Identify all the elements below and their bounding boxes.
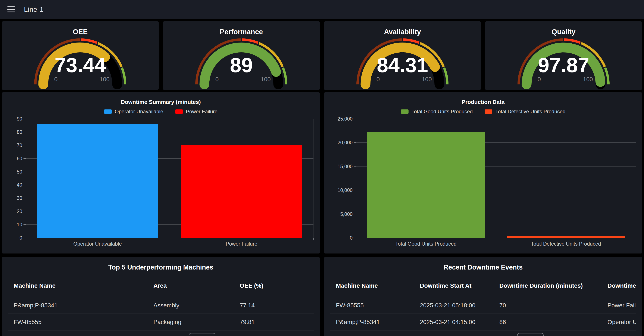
axis-tick [24, 185, 26, 185]
table-title: Top 5 Underperforming Machines [2, 264, 320, 271]
legend-swatch [175, 110, 183, 114]
chart-legend: Total Good Units ProducedTotal Defective… [324, 108, 642, 114]
column-header[interactable]: Area [148, 282, 234, 289]
y-tick-label: 80 [17, 129, 22, 135]
table-panel-underperforming-machines: Top 5 Underperforming Machines Machine N… [2, 257, 320, 336]
menu-icon-bar [7, 6, 15, 7]
legend-swatch [104, 110, 112, 114]
column-header[interactable]: OEE (%) [234, 282, 314, 289]
gauge-value: 97.87 [485, 54, 642, 77]
axis-tick [24, 224, 26, 225]
gauge-threshold-arc [242, 40, 258, 43]
table-cell: FW-85555 [330, 302, 414, 309]
column-header-label: Downtime Reason [608, 282, 636, 289]
y-tick-label: 20,000 [338, 140, 352, 146]
chart-bar[interactable] [181, 145, 302, 238]
chart-plot: 05,00010,00015,00020,00025,000Total Good… [356, 119, 636, 238]
top-navbar: Line-1 [0, 0, 644, 19]
legend-label: Power Failure [186, 108, 218, 114]
axis-tick [24, 198, 26, 198]
gauge-min-label: 0 [54, 76, 58, 83]
pagination-button[interactable] [517, 333, 544, 336]
pagination-button[interactable] [189, 333, 216, 336]
table-header-row: Machine NameAreaOEE (%) [8, 278, 314, 297]
y-tick-label: 40 [17, 182, 22, 188]
table-cell: 70 [493, 302, 602, 309]
y-tick-label: 10,000 [338, 188, 352, 193]
gauge-panel-oee: OEE 73.44 0 100 [2, 21, 159, 90]
category-divider [496, 119, 496, 238]
gauge-value: 89 [163, 54, 320, 77]
y-tick-label: 20 [17, 208, 22, 214]
column-header[interactable]: Machine Name [8, 282, 148, 289]
y-tick-label: 15,000 [338, 164, 352, 169]
chart-panel-downtime-summary: Downtime Summary (minutes) Operator Unav… [2, 92, 320, 254]
menu-icon-bar [7, 12, 15, 12]
axis-tick [354, 214, 356, 214]
gauge-value: 73.44 [2, 54, 159, 77]
y-axis-line [356, 119, 356, 238]
chart-title: Production Data [324, 99, 642, 105]
x-category-label: Total Good Units Produced [395, 241, 456, 247]
plot-right-border [313, 119, 314, 238]
y-tick-label: 50 [17, 169, 22, 175]
column-header-label: OEE (%) [240, 282, 263, 289]
axis-tick [354, 190, 356, 190]
table: Machine NameDowntime Start AtDowntime Du… [330, 278, 636, 330]
legend-swatch [401, 110, 408, 114]
x-category-label: Power Failure [226, 241, 257, 247]
table: Machine NameAreaOEE (%)P&amp;P-85341Asse… [8, 278, 314, 330]
table-cell: Assembly [148, 302, 234, 309]
gauge-max-label: 100 [422, 76, 432, 83]
y-tick-label: 90 [17, 116, 22, 122]
legend-label: Operator Unavailable [115, 108, 163, 114]
plot-right-border [636, 119, 636, 238]
column-header[interactable]: Downtime Duration (minutes) [493, 282, 602, 289]
gauge-value: 84.31 [324, 54, 481, 77]
gauge-max-label: 100 [583, 76, 593, 83]
column-header[interactable]: Downtime Reason↑ [602, 282, 636, 289]
legend-item[interactable]: Operator Unavailable [104, 108, 163, 114]
chart-bar[interactable] [507, 236, 624, 238]
x-category-label: Operator Unavailable [73, 241, 122, 247]
column-header-label: Machine Name [336, 282, 378, 289]
chart-legend: Operator UnavailablePower Failure [2, 108, 320, 114]
table-cell: P&amp;P-85341 [330, 319, 414, 326]
table-row: P&amp;P-85341Assembly77.14 [8, 297, 314, 314]
table-cell: Packaging [148, 319, 234, 326]
legend-item[interactable]: Power Failure [175, 108, 218, 114]
axis-tick [354, 142, 356, 142]
gauge-panel-quality: Quality 97.87 0 100 [485, 21, 642, 90]
legend-item[interactable]: Total Good Units Produced [401, 108, 473, 114]
table-cell: 77.14 [234, 302, 314, 309]
chart-panel-production-data: Production Data Total Good Units Produce… [324, 92, 642, 254]
legend-swatch [484, 110, 492, 114]
menu-icon[interactable] [7, 6, 15, 12]
y-tick-label: 0 [20, 235, 22, 241]
gauge-max-label: 100 [261, 76, 271, 83]
column-header[interactable]: Downtime Start At [414, 282, 493, 289]
table-cell: Power Failure [602, 302, 636, 309]
axis-tick [354, 238, 356, 238]
legend-label: Total Defective Units Produced [495, 108, 565, 114]
legend-item[interactable]: Total Defective Units Produced [484, 108, 565, 114]
gauge-threshold-arc [403, 40, 419, 43]
gauge-panel-availability: Availability 84.31 0 100 [324, 21, 481, 90]
table-cell: P&amp;P-85341 [8, 302, 148, 309]
gauge-min-label: 0 [376, 76, 380, 83]
chart-bar[interactable] [37, 124, 158, 238]
table-panel-recent-downtime-events: Recent Downtime Events Machine NameDownt… [324, 257, 642, 336]
y-tick-label: 60 [17, 156, 22, 161]
table-cell: 2025-03-21 05:18:00 [414, 302, 493, 309]
gauge-min-label: 0 [216, 76, 219, 83]
column-header[interactable]: Machine Name [330, 282, 414, 289]
x-category-label: Total Defective Units Produced [531, 241, 601, 247]
column-header-label: Downtime Start At [420, 282, 472, 289]
table-header-row: Machine NameDowntime Start AtDowntime Du… [330, 278, 636, 297]
chart-plot: 0102030405060708090Operator UnavailableP… [26, 119, 314, 238]
chart-title: Downtime Summary (minutes) [2, 99, 320, 105]
chart-bar[interactable] [367, 132, 484, 238]
legend-label: Total Good Units Produced [412, 108, 473, 114]
table-row: P&amp;P-853412025-03-21 04:15:0086Operat… [330, 314, 636, 330]
table-row: FW-85555Packaging79.81 [8, 314, 314, 330]
